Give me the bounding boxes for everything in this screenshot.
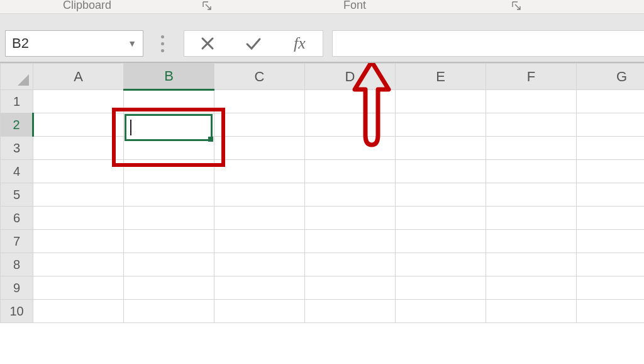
cell-A5[interactable] [33, 183, 124, 207]
cell-D3[interactable] [305, 137, 396, 160]
cell-G8[interactable] [577, 253, 645, 276]
cell-G5[interactable] [577, 183, 645, 207]
cell-E8[interactable] [396, 253, 486, 276]
cell-E3[interactable] [396, 137, 486, 160]
cell-B7[interactable] [124, 230, 214, 253]
cell-F6[interactable] [486, 207, 577, 230]
clipboard-dialog-launcher-icon[interactable] [203, 1, 211, 10]
cell-B6[interactable] [124, 207, 214, 230]
row-header-7[interactable]: 7 [1, 230, 33, 253]
select-all-corner[interactable] [1, 64, 33, 90]
cell-G2[interactable] [577, 113, 645, 137]
cell-B5[interactable] [124, 183, 214, 207]
row-header-4[interactable]: 4 [1, 160, 33, 183]
cell-F4[interactable] [486, 160, 577, 183]
enter-formula-button[interactable] [235, 31, 272, 56]
cell-E4[interactable] [396, 160, 486, 183]
cell-C1[interactable] [214, 90, 305, 113]
cell-B2[interactable] [124, 113, 214, 137]
formula-bar-input[interactable] [332, 30, 644, 57]
cell-C2[interactable] [214, 113, 305, 137]
cell-C7[interactable] [214, 230, 305, 253]
cell-C8[interactable] [214, 253, 305, 276]
column-header-G[interactable]: G [577, 64, 645, 90]
cell-C9[interactable] [214, 276, 305, 300]
cell-A10[interactable] [33, 300, 124, 323]
column-header-E[interactable]: E [396, 64, 486, 90]
ribbon-strip: Clipboard Font [0, 0, 644, 14]
column-header-D[interactable]: D [305, 64, 396, 90]
cell-C10[interactable] [214, 300, 305, 323]
cell-F1[interactable] [486, 90, 577, 113]
column-header-B[interactable]: B [124, 64, 214, 90]
cell-C6[interactable] [214, 207, 305, 230]
cell-F3[interactable] [486, 137, 577, 160]
name-box-value: B2 [12, 35, 29, 52]
cell-F7[interactable] [486, 230, 577, 253]
cell-A6[interactable] [33, 207, 124, 230]
cell-D10[interactable] [305, 300, 396, 323]
cell-D5[interactable] [305, 183, 396, 207]
cell-E1[interactable] [396, 90, 486, 113]
row-header-3[interactable]: 3 [1, 137, 33, 160]
cell-E6[interactable] [396, 207, 486, 230]
spreadsheet-grid[interactable]: ABCDEFG 12345678910 [0, 63, 644, 364]
font-dialog-launcher-icon[interactable] [512, 1, 521, 10]
column-header-A[interactable]: A [33, 64, 124, 90]
cell-A9[interactable] [33, 276, 124, 300]
cell-D7[interactable] [305, 230, 396, 253]
cell-E10[interactable] [396, 300, 486, 323]
ribbon-group-clipboard-label: Clipboard [63, 0, 111, 12]
cell-G7[interactable] [577, 230, 645, 253]
cell-B1[interactable] [124, 90, 214, 113]
cell-B3[interactable] [124, 137, 214, 160]
cell-E2[interactable] [396, 113, 486, 137]
insert-function-button[interactable]: fx [280, 31, 318, 56]
cell-F5[interactable] [486, 183, 577, 207]
cell-G3[interactable] [577, 137, 645, 160]
row-header-1[interactable]: 1 [1, 90, 33, 113]
cell-F2[interactable] [486, 113, 577, 137]
row-header-2[interactable]: 2 [1, 113, 33, 137]
cell-F10[interactable] [486, 300, 577, 323]
row-header-9[interactable]: 9 [1, 276, 33, 300]
cell-D6[interactable] [305, 207, 396, 230]
cancel-formula-button[interactable] [189, 31, 226, 56]
cell-F9[interactable] [486, 276, 577, 300]
row-header-10[interactable]: 10 [1, 300, 33, 323]
cell-G1[interactable] [577, 90, 645, 113]
cell-A3[interactable] [33, 137, 124, 160]
name-box[interactable]: B2 ▼ [5, 30, 143, 57]
cell-D1[interactable] [305, 90, 396, 113]
cell-B4[interactable] [124, 160, 214, 183]
cell-D8[interactable] [305, 253, 396, 276]
cell-A1[interactable] [33, 90, 124, 113]
row-header-5[interactable]: 5 [1, 183, 33, 207]
cell-G4[interactable] [577, 160, 645, 183]
cell-A2[interactable] [33, 113, 124, 137]
column-header-C[interactable]: C [214, 64, 305, 90]
cell-B10[interactable] [124, 300, 214, 323]
cell-C5[interactable] [214, 183, 305, 207]
cell-C4[interactable] [214, 160, 305, 183]
cell-G6[interactable] [577, 207, 645, 230]
cell-E7[interactable] [396, 230, 486, 253]
cell-A7[interactable] [33, 230, 124, 253]
cell-B8[interactable] [124, 253, 214, 276]
cell-D4[interactable] [305, 160, 396, 183]
cell-F8[interactable] [486, 253, 577, 276]
row-header-8[interactable]: 8 [1, 253, 33, 276]
cell-B9[interactable] [124, 276, 214, 300]
cell-C3[interactable] [214, 137, 305, 160]
cell-D9[interactable] [305, 276, 396, 300]
cell-G9[interactable] [577, 276, 645, 300]
name-box-dropdown-icon[interactable]: ▼ [128, 38, 136, 48]
cell-A4[interactable] [33, 160, 124, 183]
cell-E9[interactable] [396, 276, 486, 300]
cell-D2[interactable] [305, 113, 396, 137]
column-header-F[interactable]: F [486, 64, 577, 90]
cell-E5[interactable] [396, 183, 486, 207]
cell-G10[interactable] [577, 300, 645, 323]
cell-A8[interactable] [33, 253, 124, 276]
row-header-6[interactable]: 6 [1, 207, 33, 230]
